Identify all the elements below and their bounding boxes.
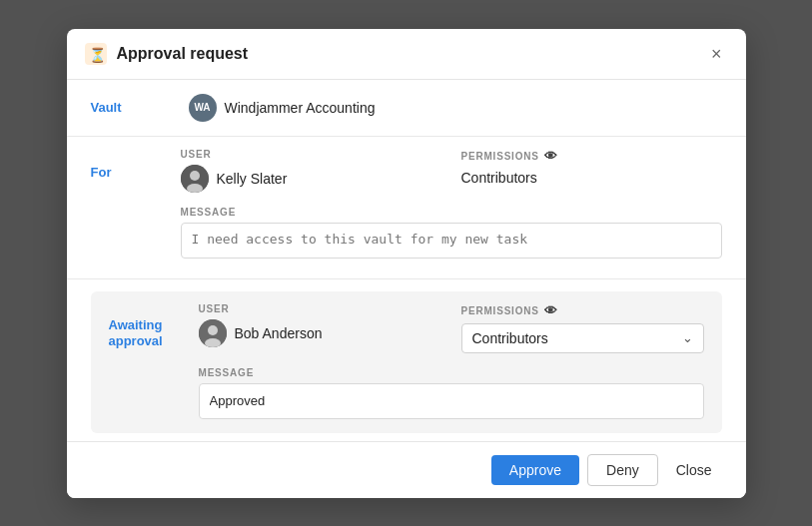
vault-content: WA Windjammer Accounting — [189, 94, 376, 122]
modal-footer: Approve Deny Close — [67, 441, 746, 498]
awaiting-user-avatar — [199, 319, 227, 347]
for-user-name: Kelly Slater — [217, 171, 288, 187]
awaiting-user-perm-row: USER Bob Anderson — [199, 303, 704, 353]
awaiting-message-label: MESSAGE — [199, 367, 704, 378]
vault-label: Vault — [91, 100, 181, 115]
awaiting-user-label: USER — [199, 303, 441, 314]
awaiting-eye-icon: 👁 — [544, 303, 558, 318]
awaiting-permissions-label: PERMISSIONS 👁 — [461, 303, 704, 318]
approval-icon: ⏳ — [85, 43, 107, 65]
awaiting-permissions-dropdown[interactable]: Contributors ⌄ — [461, 323, 704, 353]
for-message-block: MESSAGE — [181, 207, 722, 263]
for-user-avatar — [181, 165, 209, 193]
awaiting-message-block: MESSAGE — [199, 367, 704, 419]
awaiting-label: Awaiting approval — [109, 303, 199, 351]
awaiting-content: USER Bob Anderson — [199, 303, 704, 419]
modal-close-button[interactable]: × — [705, 43, 728, 65]
awaiting-section: Awaiting approval USER — [91, 291, 722, 433]
awaiting-permissions-value: Contributors — [472, 330, 548, 346]
modal-header: ⏳ Approval request × — [67, 29, 746, 80]
vault-name: Windjammer Accounting — [225, 100, 376, 116]
for-section: For USER — [67, 137, 746, 279]
modal-overlay: ⏳ Approval request × Vault WA Windjammer… — [0, 0, 812, 526]
modal-title: Approval request — [117, 45, 695, 63]
for-permissions-label: PERMISSIONS 👁 — [461, 149, 722, 164]
awaiting-user-name: Bob Anderson — [235, 325, 323, 341]
close-footer-button[interactable]: Close — [666, 455, 722, 485]
eye-icon: 👁 — [544, 149, 558, 164]
for-message-input[interactable] — [181, 223, 722, 259]
awaiting-user-row: Bob Anderson — [199, 319, 441, 347]
awaiting-user-block: USER Bob Anderson — [199, 303, 441, 347]
for-message-label: MESSAGE — [181, 207, 722, 218]
modal-dialog: ⏳ Approval request × Vault WA Windjammer… — [67, 29, 746, 498]
for-user-block: USER Kelly Slater — [181, 149, 441, 193]
svg-point-6 — [208, 325, 218, 335]
for-label: For — [91, 149, 181, 180]
vault-avatar: WA — [189, 94, 217, 122]
for-user-perm-row: USER Kelly Slater — [181, 149, 722, 193]
for-content: USER Kelly Slater — [181, 149, 722, 263]
svg-point-3 — [190, 171, 200, 181]
approve-button[interactable]: Approve — [491, 455, 579, 485]
chevron-down-icon: ⌄ — [682, 330, 693, 345]
for-permissions-block: PERMISSIONS 👁 Contributors — [461, 149, 722, 187]
awaiting-message-input[interactable] — [199, 383, 704, 419]
for-user-label: USER — [181, 149, 441, 160]
awaiting-permissions-block: PERMISSIONS 👁 Contributors ⌄ — [461, 303, 704, 353]
for-permissions-value: Contributors — [461, 170, 537, 186]
svg-text:⏳: ⏳ — [89, 47, 107, 64]
for-user-row: Kelly Slater — [181, 165, 441, 193]
deny-button[interactable]: Deny — [587, 454, 658, 486]
vault-section: Vault WA Windjammer Accounting — [67, 80, 746, 137]
awaiting-wrapper: Awaiting approval USER — [67, 279, 746, 441]
